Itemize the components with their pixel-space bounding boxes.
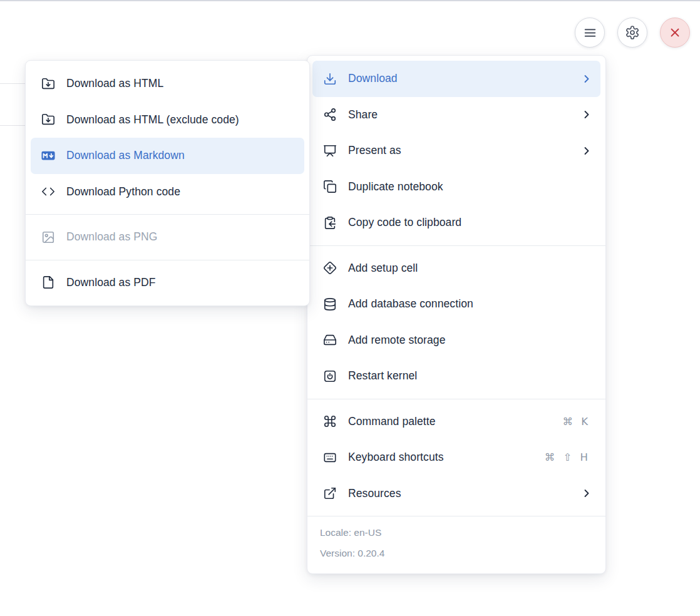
settings-button[interactable] — [617, 18, 647, 48]
menu-item-add-setup-cell[interactable]: Add setup cell — [312, 250, 600, 287]
menu-item-add-remote-storage[interactable]: Add remote storage — [312, 322, 600, 359]
file-icon — [41, 275, 55, 289]
download-submenu: Download as HTMLDownload as HTML (exclud… — [25, 60, 310, 306]
chevron-right-icon — [580, 108, 593, 121]
menu-item-keyboard-shortcuts[interactable]: Keyboard shortcuts⌘ ⇧ H — [312, 439, 600, 476]
shortcut-hint: ⌘ ⇧ H — [545, 451, 590, 463]
menu-item-present-as[interactable]: Present as — [312, 133, 600, 169]
image-icon — [41, 230, 55, 244]
duplicate-icon — [323, 180, 337, 193]
download-icon — [323, 72, 337, 86]
power-icon — [323, 369, 337, 383]
page-top-border — [0, 0, 700, 1]
menu-item-label: Add setup cell — [348, 262, 593, 275]
menu-item-label: Copy code to clipboard — [348, 216, 593, 229]
menu-item-download-as-pdf[interactable]: Download as PDF — [31, 265, 304, 301]
menu-item-label: Restart kernel — [348, 369, 593, 382]
menu-item-add-database-connection[interactable]: Add database connection — [312, 286, 600, 322]
menu-item-download-as-png: Download as PNG — [31, 219, 304, 255]
locale-text: Locale: en-US — [320, 525, 593, 545]
markdown-icon — [41, 149, 55, 163]
version-text: Version: 0.20.4 — [320, 545, 593, 566]
menu-item-download[interactable]: Download — [312, 61, 600, 97]
notebook-menu: DownloadSharePresent asDuplicate noteboo… — [307, 55, 606, 574]
code-icon — [41, 185, 55, 198]
menu-item-label: Download as HTML (exclude code) — [66, 113, 297, 126]
menu-item-label: Download as PDF — [66, 276, 297, 289]
folder-download-icon — [41, 77, 55, 91]
command-icon — [323, 414, 337, 428]
share-icon — [323, 108, 337, 121]
menu-item-label: Download as HTML — [66, 77, 297, 90]
menu-item-label: Resources — [348, 487, 574, 500]
database-icon — [323, 297, 337, 311]
menu-item-label: Share — [348, 108, 574, 121]
menu-item-label: Download as PNG — [66, 230, 297, 244]
presentation-icon — [323, 144, 337, 158]
background-cell-border — [0, 125, 26, 126]
gear-icon — [625, 25, 640, 40]
menu-item-label: Add database connection — [348, 297, 593, 311]
folder-download-icon — [41, 113, 55, 126]
chevron-right-icon — [580, 487, 593, 500]
menu-toggle-button[interactable] — [575, 18, 605, 48]
menu-item-restart-kernel[interactable]: Restart kernel — [312, 358, 600, 394]
menu-item-label: Add remote storage — [348, 334, 593, 347]
menu-divider — [26, 214, 309, 215]
close-button[interactable] — [660, 18, 690, 48]
menu-item-label: Command palette — [348, 415, 562, 428]
menu-item-command-palette[interactable]: Command palette⌘ K — [312, 404, 600, 440]
menu-item-label: Download Python code — [66, 185, 297, 198]
shortcut-hint: ⌘ K — [562, 416, 590, 428]
menu-item-resources[interactable]: Resources — [312, 476, 600, 512]
menu-item-label: Duplicate notebook — [348, 180, 593, 193]
menu-item-copy-code-to-clipboard[interactable]: Copy code to clipboard — [312, 205, 600, 241]
menu-item-label: Keyboard shortcuts — [348, 451, 545, 464]
hard-drive-icon — [323, 333, 337, 347]
menu-item-share[interactable]: Share — [312, 97, 600, 133]
external-link-icon — [323, 486, 337, 500]
menu-item-label: Download as Markdown — [66, 149, 297, 162]
menu-item-download-python-code[interactable]: Download Python code — [31, 174, 304, 210]
menu-divider — [307, 399, 605, 399]
chevron-right-icon — [580, 73, 593, 85]
menu-item-download-as-markdown[interactable]: Download as Markdown — [31, 138, 304, 174]
menu-item-duplicate-notebook[interactable]: Duplicate notebook — [312, 169, 600, 205]
chevron-right-icon — [580, 145, 593, 157]
background-cell-border — [0, 83, 26, 84]
menu-item-label: Download — [348, 72, 574, 85]
floating-action-buttons — [575, 18, 690, 48]
hamburger-icon — [582, 25, 598, 41]
notebook-menu-items: DownloadSharePresent asDuplicate noteboo… — [307, 61, 605, 511]
download-submenu-items: Download as HTMLDownload as HTML (exclud… — [26, 66, 309, 300]
diamond-plus-icon — [323, 261, 337, 275]
menu-footer: Locale: en-US Version: 0.20.4 — [307, 516, 605, 568]
menu-item-label: Present as — [348, 144, 574, 157]
clipboard-copy-icon — [323, 216, 337, 230]
menu-item-download-as-html-exclude-code[interactable]: Download as HTML (exclude code) — [31, 102, 304, 138]
close-icon — [667, 25, 682, 40]
keyboard-icon — [323, 451, 337, 465]
menu-divider — [26, 260, 309, 260]
menu-item-download-as-html[interactable]: Download as HTML — [31, 66, 304, 102]
menu-divider — [307, 245, 605, 246]
